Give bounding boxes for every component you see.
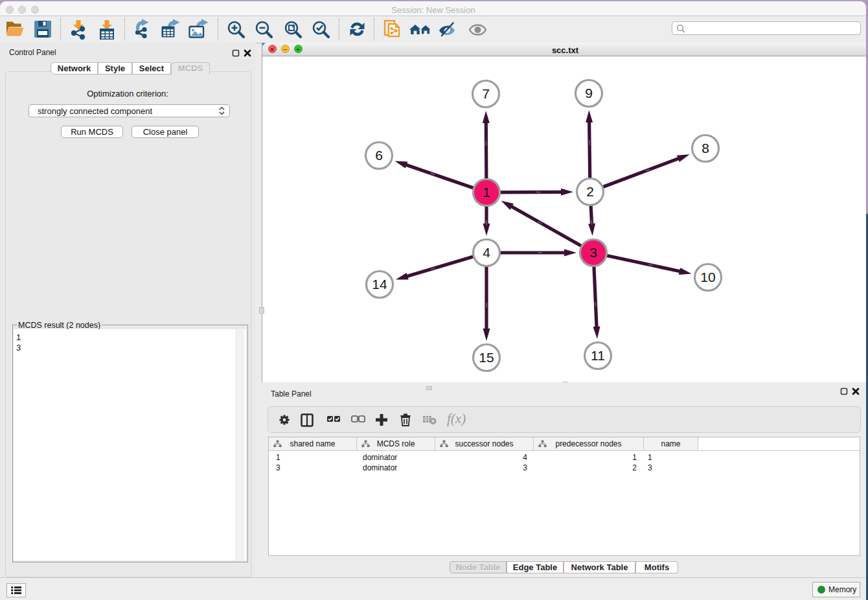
svg-text:15: 15 bbox=[479, 350, 494, 365]
svg-text:7: 7 bbox=[482, 86, 490, 101]
svg-text:4: 4 bbox=[483, 245, 490, 260]
svg-text:8: 8 bbox=[702, 141, 709, 156]
svg-text:6: 6 bbox=[375, 148, 383, 163]
svg-text:10: 10 bbox=[700, 270, 715, 284]
svg-text:14: 14 bbox=[372, 277, 387, 292]
svg-text:9: 9 bbox=[585, 86, 593, 100]
svg-text:2: 2 bbox=[586, 184, 594, 199]
svg-text:1: 1 bbox=[483, 185, 490, 200]
svg-text:3: 3 bbox=[589, 245, 597, 260]
svg-text:11: 11 bbox=[591, 348, 605, 363]
